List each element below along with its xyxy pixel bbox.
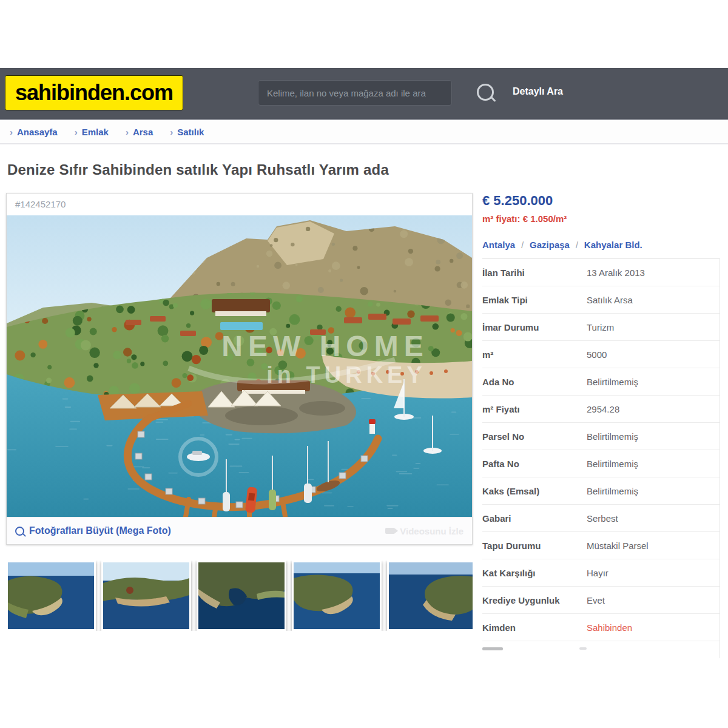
breadcrumb-item-arsa[interactable]: › Arsa: [126, 127, 153, 137]
breadcrumb-item-satilik[interactable]: › Satılık: [170, 127, 204, 137]
price: € 5.250.000: [482, 193, 720, 209]
table-row: Emlak TipiSatılık Arsa: [482, 286, 720, 314]
chevron-right-icon: ›: [126, 127, 129, 137]
photo-card: #142452170: [6, 193, 473, 545]
listing-id: #142452170: [7, 194, 472, 215]
details-table: İlan Tarihi13 Aralık 2013 Emlak TipiSatı…: [482, 258, 720, 658]
price-per-m2: m² fiyatı: € 1.050/m²: [482, 214, 720, 224]
site-logo[interactable]: sahibinden.com: [5, 75, 183, 110]
seller-type-link[interactable]: Sahibinden: [587, 622, 632, 633]
thumbnail-2[interactable]: [101, 561, 191, 631]
thumbnail-3[interactable]: [197, 561, 286, 631]
truncated-row-hint: [482, 647, 720, 658]
detailed-search-button[interactable]: Detaylı Ara: [513, 86, 563, 97]
listing-title: Denize Sıfır Sahibinden satılık Yapı Ruh…: [7, 161, 728, 178]
table-row: GabariSerbest: [482, 505, 720, 532]
thumbnail-1[interactable]: [6, 561, 96, 631]
search-icon[interactable]: [477, 84, 494, 101]
photo-actions-bar: Fotoğrafları Büyüt (Mega Foto) Videosunu…: [7, 517, 472, 544]
table-row: Pafta NoBelirtilmemiş: [482, 450, 720, 477]
top-margin: [0, 0, 728, 68]
thumbnail-5[interactable]: [387, 561, 473, 631]
breadcrumb: › Anasayfa › Emlak › Arsa › Satılık: [0, 120, 728, 144]
thumbnail-strip: [6, 561, 473, 631]
truncated-value-dash: [579, 647, 587, 650]
table-row: Ada NoBelirtilmemiş: [482, 368, 720, 396]
details-column: € 5.250.000 m² fiyatı: € 1.050/m² Antaly…: [482, 193, 720, 658]
magnifier-icon: [15, 527, 24, 536]
enlarge-photos-link[interactable]: Fotoğrafları Büyüt (Mega Foto): [15, 525, 171, 536]
site-header: sahibinden.com Detaylı Ara: [0, 68, 728, 120]
table-row-kimden: KimdenSahibinden: [482, 614, 720, 641]
location-district[interactable]: Gazipaşa: [530, 240, 570, 250]
watermark: NEW HOME in TURKEY: [189, 330, 429, 388]
chevron-right-icon: ›: [170, 127, 173, 137]
svg-text:NEW HOME: NEW HOME: [221, 330, 428, 362]
table-row: İmar DurumuTurizm: [482, 314, 720, 341]
location-city[interactable]: Antalya: [482, 240, 515, 250]
chevron-right-icon: ›: [75, 127, 78, 137]
slash-separator: /: [576, 240, 578, 250]
search-input[interactable]: [258, 80, 452, 106]
table-row: m²5000: [482, 341, 720, 368]
table-row: Krediye UygunlukEvet: [482, 587, 720, 614]
table-row: Parsel NoBelirtilmemiş: [482, 423, 720, 450]
video-camera-icon: [385, 528, 395, 534]
chevron-right-icon: ›: [10, 127, 13, 137]
gallery-column: #142452170: [6, 193, 473, 631]
table-row: Tapu DurumuMüstakil Parsel: [482, 532, 720, 559]
table-row: Kat KarşılığıHayır: [482, 559, 720, 587]
main-photo[interactable]: NEW HOME in TURKEY: [7, 215, 472, 517]
truncated-label-dash: [482, 647, 503, 650]
breadcrumb-item-emlak[interactable]: › Emlak: [75, 127, 109, 137]
svg-text:in TURKEY: in TURKEY: [266, 362, 426, 388]
table-row: m² Fiyatı2954.28: [482, 396, 720, 423]
content-area: #142452170: [0, 193, 728, 658]
lighthouse: [369, 424, 375, 434]
watch-video-link[interactable]: Videosunu İzle: [385, 526, 463, 536]
table-row: İlan Tarihi13 Aralık 2013: [482, 259, 720, 286]
breadcrumb-item-anasayfa[interactable]: › Anasayfa: [10, 127, 58, 137]
location-breadcrumb: Antalya / Gazipaşa / Kahyalar Bld.: [482, 240, 720, 258]
slash-separator: /: [521, 240, 524, 250]
thumbnail-4[interactable]: [292, 561, 382, 631]
location-neighborhood[interactable]: Kahyalar Bld.: [584, 240, 642, 250]
table-row: Kaks (Emsal)Belirtilmemiş: [482, 477, 720, 505]
